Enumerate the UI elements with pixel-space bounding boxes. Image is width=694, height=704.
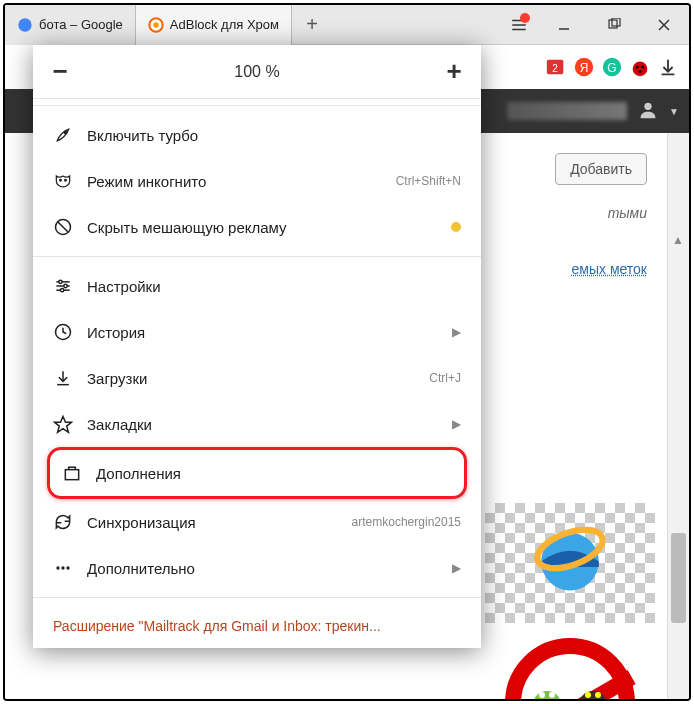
menu-downloads-shortcut: Ctrl+J (429, 371, 461, 385)
menu-settings-label: Настройки (87, 278, 461, 295)
chevron-right-icon: ▶ (452, 417, 461, 431)
prohibit-image (485, 633, 655, 701)
menu-settings[interactable]: Настройки (33, 263, 481, 309)
menu-bookmarks-label: Закладки (87, 416, 438, 433)
svg-point-34 (65, 179, 67, 181)
extension-icon-grammarly[interactable]: G (601, 56, 623, 78)
title-bar: бота – Google AdBlock для Хром + (5, 5, 689, 45)
scrollbar-thumb[interactable] (671, 533, 686, 623)
svg-point-48 (56, 566, 59, 569)
menu-addons-label: Дополнения (96, 465, 452, 482)
dots-icon (53, 558, 73, 578)
yellow-dot-icon (451, 222, 461, 232)
menu-incognito-shortcut: Ctrl+Shift+N (396, 174, 461, 188)
menu-addons[interactable]: Дополнения (56, 450, 458, 496)
username-blurred (507, 102, 627, 120)
svg-point-32 (64, 131, 67, 134)
menu-hide-ads[interactable]: Скрыть мешающую рекламу (33, 204, 481, 250)
tab-1[interactable]: бота – Google (5, 5, 136, 45)
svg-text:G: G (607, 61, 616, 75)
star-icon (53, 414, 73, 434)
svg-point-49 (61, 566, 64, 569)
close-button[interactable] (639, 5, 689, 45)
menu-footer-message[interactable]: Расширение "Mailtrack для Gmail и Inbox:… (33, 604, 481, 640)
menu-bookmarks[interactable]: Закладки ▶ (33, 401, 481, 447)
dropdown-arrow-icon[interactable]: ▼ (669, 106, 679, 117)
menu-more-label: Дополнительно (87, 560, 438, 577)
tab-2-title: AdBlock для Хром (170, 17, 279, 32)
svg-point-30 (585, 692, 591, 698)
menu-sync-label: Синхронизация (87, 514, 338, 531)
svg-point-26 (533, 691, 561, 701)
svg-point-19 (641, 66, 644, 69)
sync-icon (53, 512, 73, 532)
text-fragment-1: тыми (608, 205, 647, 221)
extension-icon-ladybug[interactable] (629, 56, 651, 78)
svg-point-28 (549, 692, 555, 698)
svg-text:Я: Я (580, 61, 589, 75)
box-icon (62, 463, 82, 483)
svg-point-23 (644, 102, 651, 109)
block-icon (53, 217, 73, 237)
svg-point-42 (61, 289, 64, 292)
svg-point-29 (579, 691, 607, 701)
maximize-button[interactable] (589, 5, 639, 45)
menu-button[interactable] (499, 5, 539, 45)
extension-icon-1[interactable]: 2 (545, 56, 567, 78)
menu-downloads-label: Загрузки (87, 370, 415, 387)
svg-rect-8 (612, 18, 620, 26)
svg-point-33 (60, 179, 62, 181)
extension-icon-yandex[interactable]: Я (573, 56, 595, 78)
chevron-right-icon: ▶ (452, 561, 461, 575)
menu-history-label: История (87, 324, 438, 341)
scroll-up-icon[interactable]: ▲ (672, 233, 684, 247)
svg-point-27 (539, 692, 545, 698)
clock-icon (53, 322, 73, 342)
menu-history[interactable]: История ▶ (33, 309, 481, 355)
google-favicon (17, 17, 33, 33)
svg-point-2 (153, 22, 158, 27)
side-scrollbar[interactable]: ▲ (667, 133, 689, 699)
svg-point-31 (595, 692, 601, 698)
tab-2[interactable]: AdBlock для Хром (136, 5, 292, 45)
rocket-icon (53, 125, 73, 145)
mask-icon (53, 171, 73, 191)
svg-rect-47 (65, 470, 78, 480)
images-panel (485, 503, 665, 701)
ie-logo-icon (525, 513, 615, 603)
new-tab-button[interactable]: + (292, 13, 332, 36)
svg-point-20 (639, 70, 642, 73)
svg-line-36 (58, 222, 68, 232)
sliders-icon (53, 276, 73, 296)
main-menu: − 100 % + Включить турбо Режим инкогнито… (33, 45, 481, 648)
link-fragment[interactable]: емых меток (572, 261, 647, 277)
user-avatar-icon[interactable] (637, 99, 659, 124)
checker-image (485, 503, 655, 623)
zoom-in-button[interactable]: + (427, 56, 481, 87)
menu-turbo[interactable]: Включить турбо (33, 112, 481, 158)
menu-sync[interactable]: Синхронизация artemkochergin2015 (33, 499, 481, 545)
svg-point-18 (636, 66, 639, 69)
svg-text:2: 2 (552, 63, 558, 74)
zoom-out-button[interactable]: − (33, 56, 87, 87)
svg-point-0 (18, 18, 31, 31)
menu-downloads[interactable]: Загрузки Ctrl+J (33, 355, 481, 401)
svg-rect-7 (609, 20, 617, 28)
add-button[interactable]: Добавить (555, 153, 647, 185)
menu-incognito-label: Режим инкогнито (87, 173, 382, 190)
chevron-right-icon: ▶ (452, 325, 461, 339)
adblock-favicon (148, 17, 164, 33)
menu-incognito[interactable]: Режим инкогнито Ctrl+Shift+N (33, 158, 481, 204)
tab-1-title: бота – Google (39, 17, 123, 32)
svg-point-17 (633, 62, 648, 77)
menu-hide-ads-label: Скрыть мешающую рекламу (87, 219, 437, 236)
downloads-icon[interactable] (657, 56, 679, 78)
notification-dot-icon (520, 13, 530, 23)
svg-marker-46 (55, 417, 72, 433)
svg-point-40 (59, 280, 62, 283)
menu-turbo-label: Включить турбо (87, 127, 461, 144)
download-icon (53, 368, 73, 388)
minimize-button[interactable] (539, 5, 589, 45)
menu-more[interactable]: Дополнительно ▶ (33, 545, 481, 591)
svg-point-50 (66, 566, 69, 569)
